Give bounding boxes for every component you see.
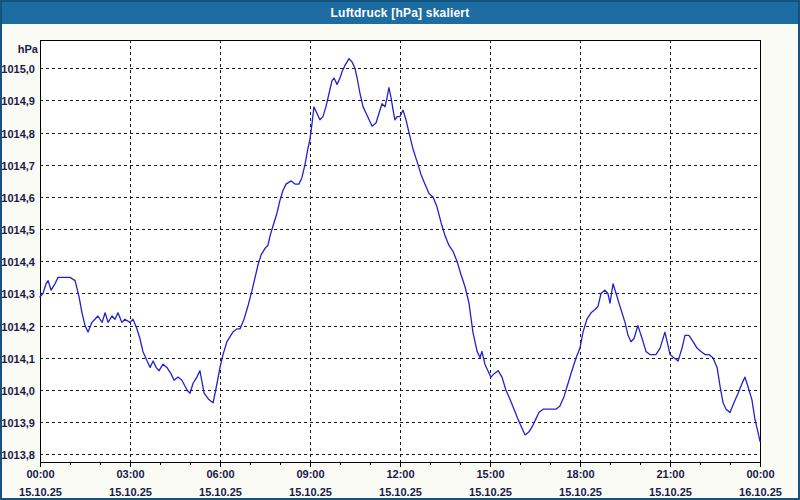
x-axis-time-label: 21:00	[656, 468, 684, 480]
y-axis-label: 1015,0	[2, 63, 35, 75]
y-axis-label: 1014,4	[2, 256, 36, 268]
y-axis-label: 1014,5	[2, 224, 35, 236]
x-axis-date-label: 15.10.25	[199, 486, 242, 498]
app-window: Luftdruck [hPa] skaliert hPa 1015,01014,…	[0, 0, 800, 500]
y-axis-label: 1014,3	[2, 288, 35, 300]
x-axis-date-label: 15.10.25	[649, 486, 692, 498]
x-axis-date-label: 15.10.25	[379, 486, 422, 498]
x-axis-date-label: 16.10.25	[739, 486, 782, 498]
x-axis-time-label: 18:00	[566, 468, 594, 480]
y-axis-label: 1014,2	[2, 321, 35, 333]
y-axis-label: 1014,0	[2, 385, 35, 397]
x-axis-time-label: 09:00	[296, 468, 324, 480]
x-axis-time-label: 15:00	[476, 468, 504, 480]
window-title: Luftdruck [hPa] skaliert	[331, 6, 470, 20]
x-axis-time-label: 12:00	[386, 468, 414, 480]
window-titlebar[interactable]: Luftdruck [hPa] skaliert	[2, 2, 798, 24]
y-axis-label: 1013,8	[2, 449, 35, 461]
y-axis-label: 1014,8	[2, 128, 35, 140]
y-axis-label: 1014,1	[2, 353, 35, 365]
x-axis-time-label: 03:00	[116, 468, 144, 480]
x-axis-date-label: 15.10.25	[109, 486, 152, 498]
x-axis-date-label: 15.10.25	[289, 486, 332, 498]
x-axis-time-label: 00:00	[746, 468, 774, 480]
y-axis-label: 1013,9	[2, 417, 35, 429]
x-axis-time-label: 00:00	[26, 468, 54, 480]
pressure-line-chart: 1015,01014,91014,81014,71014,61014,51014…	[2, 24, 798, 498]
x-axis-date-label: 15.10.25	[559, 486, 602, 498]
y-axis-label: 1014,6	[2, 192, 35, 204]
y-axis-label: 1014,7	[2, 160, 35, 172]
x-axis-date-label: 15.10.25	[469, 486, 512, 498]
x-axis-time-label: 06:00	[206, 468, 234, 480]
x-axis-date-label: 15.10.25	[19, 486, 62, 498]
y-axis-label: 1014,9	[2, 95, 35, 107]
